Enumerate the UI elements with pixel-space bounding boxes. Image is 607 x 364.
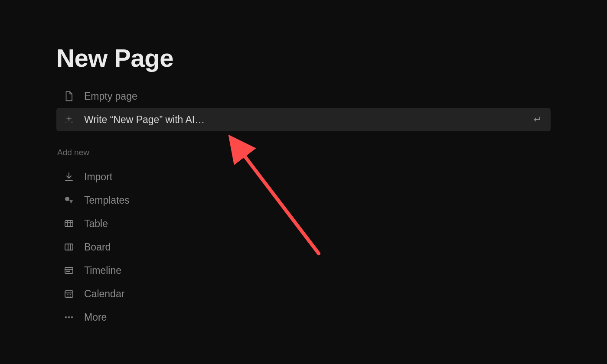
svg-point-0	[65, 197, 69, 201]
svg-point-15	[70, 294, 71, 295]
svg-point-20	[68, 316, 70, 318]
new-page-setup: New Page Empty page Write “New Page” wit…	[0, 0, 607, 329]
svg-point-21	[71, 316, 73, 318]
option-label: Empty page	[84, 91, 545, 102]
table-icon	[62, 217, 75, 230]
add-new-header: Add new	[56, 148, 551, 157]
more-icon	[62, 311, 75, 324]
add-new-timeline[interactable]: Timeline	[56, 259, 551, 282]
option-label: Board	[84, 241, 545, 253]
svg-point-17	[69, 296, 69, 297]
page-title[interactable]: New Page	[56, 43, 551, 72]
svg-rect-1	[65, 221, 73, 227]
page-icon	[62, 90, 75, 103]
option-write-with-ai[interactable]: Write “New Page” with AI…	[56, 108, 551, 131]
add-new-table[interactable]: Table	[56, 212, 551, 235]
add-new-import[interactable]: Import	[56, 165, 551, 188]
add-new-calendar[interactable]: Calendar	[56, 282, 551, 306]
calendar-icon	[62, 287, 75, 300]
svg-rect-5	[65, 244, 73, 250]
option-empty-page[interactable]: Empty page	[56, 84, 551, 108]
option-label: More	[84, 312, 545, 323]
templates-icon	[62, 194, 75, 207]
add-new-board[interactable]: Board	[56, 235, 551, 259]
option-label: Write “New Page” with AI…	[84, 114, 532, 126]
option-label: Calendar	[84, 288, 545, 300]
add-new-templates[interactable]: Templates	[56, 188, 551, 212]
svg-point-14	[69, 294, 69, 295]
option-label: Table	[84, 218, 545, 230]
svg-point-13	[67, 294, 68, 295]
svg-point-19	[65, 316, 67, 318]
add-new-list: Import Templates Table	[56, 165, 551, 329]
svg-point-16	[67, 296, 68, 297]
option-label: Import	[84, 171, 545, 183]
svg-point-18	[70, 296, 71, 297]
option-label: Timeline	[84, 265, 545, 276]
import-icon	[62, 170, 75, 183]
timeline-icon	[62, 264, 75, 277]
sparkle-icon	[62, 113, 75, 126]
add-new-more[interactable]: More	[56, 306, 551, 329]
svg-rect-8	[65, 267, 73, 273]
board-icon	[62, 240, 75, 254]
option-label: Templates	[84, 195, 545, 206]
enter-icon	[532, 114, 542, 125]
